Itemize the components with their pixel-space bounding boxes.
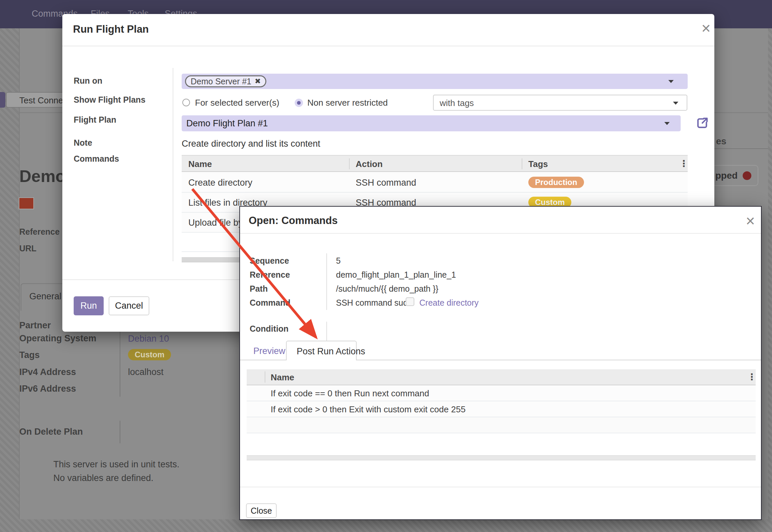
server-tag-badge: Custom [128, 349, 171, 360]
tags-label: Tags [19, 350, 40, 360]
actions-col-header-name[interactable]: Name [271, 372, 294, 383]
action-row[interactable]: If exit code > 0 then Exit with custom e… [247, 401, 756, 417]
run-on-label: Run on [74, 76, 102, 86]
server-tag-chip[interactable]: Demo Server #1 ✖ [185, 75, 266, 87]
row-name: Create directory [188, 178, 252, 188]
actions-horizontal-scrollbar[interactable] [247, 455, 756, 460]
close-button[interactable]: Close [246, 503, 277, 518]
tab-post-run-actions-label: Post Run Actions [297, 346, 365, 357]
run-button[interactable]: Run [74, 296, 104, 315]
external-link-icon[interactable] [695, 116, 709, 130]
general-tab-label: General [29, 291, 61, 302]
open-modal-title: Open: Commands [249, 215, 338, 227]
path-label: Path [250, 284, 268, 294]
status-pill: pped [710, 165, 758, 186]
action-row-name: If exit code == 0 then Run next command [271, 388, 429, 399]
actions-table-header: Name ⋮ [247, 369, 756, 385]
post-run-actions-table: Name ⋮ If exit code == 0 then Run next c… [247, 369, 756, 434]
flight-plan-label: Flight Plan [74, 115, 116, 125]
actions-table-options-icon[interactable]: ⋮ [747, 373, 756, 382]
field-column-divider [326, 253, 327, 310]
commands-label: Commands [74, 154, 119, 164]
test-connection-label: Test Connec [19, 95, 68, 106]
sudo-checkbox[interactable] [406, 297, 414, 306]
tab-preview[interactable]: Preview [253, 346, 285, 356]
url-label: URL [19, 244, 36, 253]
col-header-name[interactable]: Name [188, 159, 212, 169]
row-tag-badge: Production [528, 177, 584, 188]
run-on-caret-icon [668, 80, 674, 83]
action-row-name: If exit code > 0 then Exit with custom e… [271, 404, 466, 415]
run-on-select[interactable]: Demo Server #1 ✖ [182, 74, 688, 89]
open-modal-close-icon[interactable]: ✕ [745, 215, 755, 227]
header-selector-divider [265, 371, 265, 383]
create-directory-link[interactable]: Create directory [419, 298, 479, 308]
open-modal-footer-divider [240, 487, 761, 487]
ipv6-label: IPv6 Address [19, 384, 76, 394]
server-heading: Demo [19, 167, 66, 186]
commands-table-header: Name Action Tags ⋮ [182, 155, 688, 172]
open-commands-modal: Open: Commands ✕ Sequence 5 Reference de… [239, 206, 762, 520]
os-value-link: Debian 10 [128, 334, 169, 344]
page-bottom-margin [0, 519, 772, 532]
radio-selected-dot [297, 101, 301, 105]
note-value: Create directory and list its content [182, 139, 320, 149]
server-tag-chip-label: Demo Server #1 [191, 77, 251, 86]
col-header-action[interactable]: Action [356, 159, 383, 169]
sequence-value: 5 [336, 256, 341, 266]
path-value: /such/much/{{ demo_path }} [336, 284, 438, 294]
server-color-swatch [19, 197, 34, 209]
os-label: Operating System [19, 333, 96, 344]
header-divider-1 [349, 158, 350, 169]
server-tag-remove-icon[interactable]: ✖ [255, 77, 261, 86]
screen: vers Commands Files Tools Settings Test … [0, 0, 772, 532]
unit-test-note-line2: No variables are defined. [53, 473, 153, 483]
right-header-border [714, 148, 768, 149]
flight-plan-value: Demo Flight Plan #1 [186, 118, 268, 129]
action-row[interactable]: If exit code == 0 then Run next command [247, 385, 756, 401]
header-divider-2 [522, 158, 522, 169]
row-name: Upload file by [188, 218, 243, 228]
with-tags-value: with tags [440, 98, 474, 108]
on-delete-plan-label: On Delete Plan [19, 427, 83, 437]
partner-label: Partner [19, 320, 51, 331]
reference-field-label: Reference [250, 270, 290, 280]
table-options-icon[interactable]: ⋮ [679, 159, 688, 168]
page-right-margin [768, 28, 772, 532]
sequence-label: Sequence [250, 256, 289, 266]
status-pill-label: pped [715, 170, 738, 181]
status-dot [743, 171, 751, 180]
label-column-divider [173, 68, 173, 261]
run-modal-close-icon[interactable]: ✕ [701, 23, 711, 35]
radio-for-selected-servers[interactable] [182, 99, 190, 106]
flight-plan-caret-icon [664, 122, 670, 125]
with-tags-caret-icon [673, 102, 678, 105]
field-separator-line-2 [120, 421, 120, 443]
cancel-button[interactable]: Cancel [109, 296, 149, 315]
command-value: SSH command sudo [336, 298, 412, 308]
with-tags-select[interactable]: with tags [433, 95, 687, 111]
command-label: Command [250, 298, 290, 308]
open-modal-header-divider [240, 233, 761, 234]
condition-column-divider [326, 322, 327, 341]
right-partial-text: es [716, 136, 726, 147]
reference-field-value: demo_flight_plan_1_plan_line_1 [336, 270, 456, 280]
ipv4-value: localhost [128, 367, 164, 377]
radio-non-server-restricted-label[interactable]: Non server restricted [307, 98, 388, 108]
show-flight-plans-label: Show Flight Plans [74, 95, 145, 105]
radio-non-server-restricted[interactable] [295, 99, 303, 107]
run-modal-header-divider [62, 46, 714, 46]
note-label: Note [74, 138, 92, 148]
reference-label: Reference [19, 227, 60, 237]
radio-for-selected-servers-label[interactable]: For selected server(s) [195, 98, 279, 108]
condition-label: Condition [250, 324, 289, 334]
unit-test-note-line1: This server is used in unit tests. [53, 459, 179, 470]
col-header-tags[interactable]: Tags [528, 159, 548, 169]
action-empty-row [247, 417, 756, 433]
table-row[interactable]: Create directory SSH command Production [182, 173, 688, 193]
tab-post-run-actions[interactable]: Post Run Actions [286, 341, 357, 360]
row-action: SSH command [356, 178, 416, 188]
new-button-partial [0, 92, 5, 108]
ipv4-label: IPv4 Address [19, 367, 76, 377]
flight-plan-select[interactable]: Demo Flight Plan #1 [182, 115, 681, 131]
